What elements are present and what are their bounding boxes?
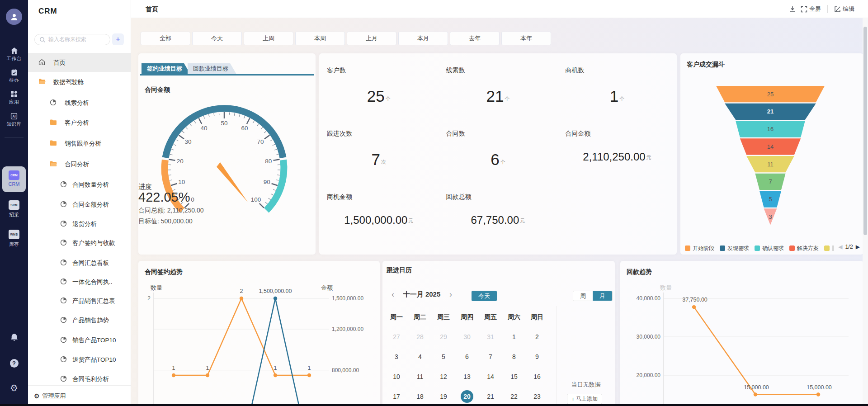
- calendar-day-10[interactable]: 10: [390, 370, 403, 383]
- rail-item-todo[interactable]: 待办: [0, 69, 28, 84]
- filter-button-4[interactable]: 上月: [347, 32, 396, 45]
- notifications-button[interactable]: [0, 333, 28, 342]
- calendar-day-2[interactable]: 2: [531, 330, 543, 343]
- calendar-day-30[interactable]: 30: [461, 330, 473, 343]
- calendar-day-5[interactable]: 5: [437, 350, 450, 363]
- rail-divider: [5, 137, 24, 137]
- calendar-day-29[interactable]: 29: [437, 330, 450, 343]
- manage-apps-button[interactable]: ⚙ 管理应用: [28, 385, 131, 406]
- calendar-day-13[interactable]: 13: [461, 370, 473, 383]
- help-button[interactable]: ?: [0, 359, 28, 368]
- calendar-mode-month[interactable]: 月: [593, 291, 612, 301]
- sidebar-item-11[interactable]: 一体化合同执..: [28, 272, 131, 291]
- sidebar-item-2[interactable]: 线索分析: [28, 93, 131, 112]
- calendar-day-16[interactable]: 16: [531, 370, 543, 383]
- calendar-day-7[interactable]: 7: [484, 350, 497, 363]
- legend-item-0[interactable]: 开始阶段: [685, 245, 714, 252]
- calendar-day-19[interactable]: 19: [437, 390, 450, 403]
- add-button[interactable]: +: [112, 33, 124, 45]
- svg-text:1,500,000.00: 1,500,000.00: [332, 295, 363, 302]
- calendar-mode-week[interactable]: 周: [573, 291, 593, 301]
- legend-item-3[interactable]: 解决方案: [789, 245, 819, 252]
- sidebar-item-0[interactable]: 首页: [28, 53, 131, 72]
- svg-text:数量: 数量: [150, 284, 162, 291]
- legend-prev-icon[interactable]: ◀: [838, 244, 842, 250]
- sidebar-item-9[interactable]: 客户签约与收款: [28, 233, 131, 252]
- sidebar-item-15[interactable]: 退货产品TOP10: [28, 350, 131, 369]
- download-button[interactable]: [789, 5, 796, 13]
- filter-button-1[interactable]: 今天: [192, 32, 242, 45]
- tab-payment-goal[interactable]: 回款业绩目标: [188, 63, 236, 74]
- calendar-day-14[interactable]: 14: [484, 370, 497, 383]
- search-input[interactable]: 输入名称来搜索: [34, 34, 110, 45]
- sidebar-item-13[interactable]: 产品销售趋势: [28, 311, 131, 330]
- calendar-add-button[interactable]: + 马上添加: [567, 394, 602, 404]
- legend-item-2[interactable]: 确认需求: [755, 245, 784, 252]
- rail-item-knowledge[interactable]: AI 知识库: [0, 113, 28, 127]
- legend-item-1[interactable]: 发现需求: [720, 245, 749, 252]
- calendar-day-9[interactable]: 9: [531, 350, 543, 363]
- tab-sign-goal[interactable]: 签约业绩目标: [142, 63, 190, 74]
- fullscreen-icon: [801, 6, 807, 13]
- sidebar-item-3[interactable]: 客户分析: [28, 113, 131, 132]
- rail-item-apps[interactable]: 应用: [0, 90, 28, 105]
- download-icon: [789, 5, 796, 13]
- filter-button-0[interactable]: 全部: [141, 32, 190, 45]
- calendar-day-27[interactable]: 27: [390, 330, 403, 343]
- calendar-day-1[interactable]: 1: [508, 330, 520, 343]
- calendar-prev-icon[interactable]: ‹: [389, 290, 397, 299]
- calendar-day-3[interactable]: 3: [390, 350, 403, 363]
- calendar-day-23[interactable]: 23: [531, 390, 543, 403]
- search-placeholder: 输入名称来搜索: [48, 36, 86, 43]
- calendar-day-4[interactable]: 4: [414, 350, 426, 363]
- filter-button-2[interactable]: 上周: [244, 32, 293, 45]
- calendar-day-8[interactable]: 8: [508, 350, 520, 363]
- sidebar-item-5[interactable]: 合同分析: [28, 155, 131, 174]
- calendar-day-31[interactable]: 31: [484, 330, 497, 343]
- calendar-day-18[interactable]: 18: [414, 390, 426, 403]
- sidebar-item-1[interactable]: 数据驾驶舱: [28, 72, 131, 91]
- fullscreen-button[interactable]: 全屏: [801, 5, 821, 13]
- funnel-card: 客户成交漏斗 2521161411753 开始阶段 发现需求 确认需求 解决方案…: [680, 53, 863, 255]
- calendar-day-17[interactable]: 17: [390, 390, 403, 403]
- avatar[interactable]: [6, 9, 22, 25]
- sidebar-item-4[interactable]: 销售跟单分析: [28, 134, 131, 153]
- filter-button-3[interactable]: 本周: [295, 32, 345, 45]
- sidebar-item-10[interactable]: 合同汇总看板: [28, 253, 131, 272]
- legend-item-truncated[interactable]: [824, 245, 834, 251]
- srm-badge-icon: SRM: [9, 200, 19, 210]
- rail-app-wms[interactable]: WMS 库存: [0, 230, 28, 248]
- filter-button-6[interactable]: 去年: [450, 32, 500, 45]
- calendar-day-28[interactable]: 28: [414, 330, 426, 343]
- filter-button-7[interactable]: 本年: [501, 32, 551, 45]
- edit-button[interactable]: 编辑: [834, 5, 854, 13]
- calendar-day-22[interactable]: 22: [508, 390, 520, 403]
- calendar-day-15[interactable]: 15: [508, 370, 520, 383]
- rail-app-crm[interactable]: CRM CRM: [2, 166, 26, 192]
- svg-text:14: 14: [767, 143, 774, 150]
- sidebar-item-12[interactable]: 产品销售汇总表: [28, 291, 131, 310]
- sidebar-item-8[interactable]: 退货分析: [28, 214, 131, 233]
- calendar-day-6[interactable]: 6: [461, 350, 473, 363]
- calendar-day-20[interactable]: 20: [461, 390, 473, 403]
- calendar-day-11[interactable]: 11: [414, 370, 426, 383]
- rail-item-workbench[interactable]: 工作台: [0, 47, 28, 62]
- calendar-today-button[interactable]: 今天: [472, 291, 497, 301]
- calendar-day-12[interactable]: 12: [437, 370, 450, 383]
- sidebar-item-6[interactable]: 合同数量分析: [28, 175, 131, 194]
- rail-app-srm[interactable]: SRM 招采: [0, 200, 28, 218]
- svg-text:30,000.00: 30,000.00: [637, 334, 661, 340]
- settings-button[interactable]: ⚙: [0, 383, 28, 392]
- calendar-next-icon[interactable]: ›: [447, 290, 455, 299]
- stat-label: 回款总额: [446, 193, 472, 201]
- stat-value: 2,110,250.00元: [557, 151, 677, 163]
- calendar-day-21[interactable]: 21: [484, 390, 497, 403]
- sidebar-item-14[interactable]: 销售产品TOP10: [28, 330, 131, 349]
- pie-icon: [60, 259, 67, 266]
- sidebar-item-7[interactable]: 合同金额分析: [28, 195, 131, 214]
- filter-button-5[interactable]: 本月: [398, 32, 448, 45]
- legend-next-icon[interactable]: ▶: [856, 244, 860, 250]
- legend-swatch-icon: [685, 245, 690, 251]
- svg-text:11: 11: [767, 161, 774, 168]
- scrollbar-thumb[interactable]: [863, 27, 867, 235]
